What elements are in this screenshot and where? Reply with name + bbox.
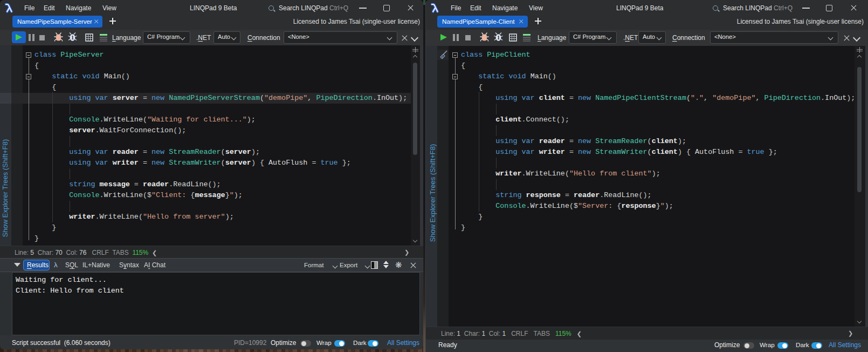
svg-text:1: 1 (71, 34, 74, 40)
svg-text:1: 1 (497, 34, 500, 40)
